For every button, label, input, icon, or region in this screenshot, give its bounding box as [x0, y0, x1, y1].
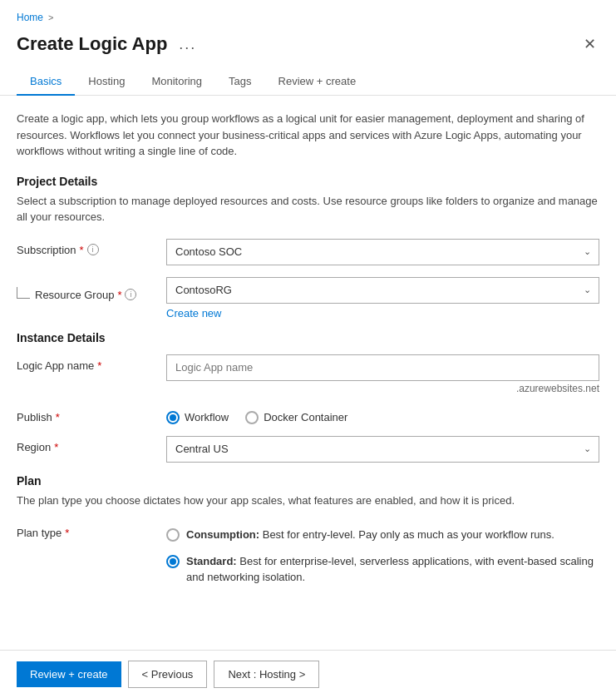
subscription-info-icon[interactable]: i [87, 244, 99, 255]
publish-docker-option[interactable]: Docker Container [245, 411, 347, 424]
publish-row: Publish * Workflow Docker Container [17, 406, 599, 424]
tab-hosting[interactable]: Hosting [75, 68, 138, 96]
rg-select-wrapper: ContosoRG ⌄ [166, 277, 599, 304]
publish-docker-label: Docker Container [264, 411, 347, 423]
region-select[interactable]: Central US [166, 436, 599, 463]
plan-type-control: Consumption: Best for entry-level. Pay o… [166, 522, 599, 586]
plan-type-row: Plan type * Consumption: Best for entry-… [17, 522, 599, 586]
plan-standard-option[interactable]: Standard: Best for enterprise-level, ser… [166, 553, 599, 586]
publish-docker-radio[interactable] [245, 411, 259, 424]
plan-standard-text: Standard: Best for enterprise-level, ser… [186, 553, 599, 586]
logic-app-name-input[interactable] [166, 354, 599, 381]
tab-monitoring[interactable]: Monitoring [138, 68, 215, 96]
plan-consumption-text: Consumption: Best for entry-level. Pay o… [186, 527, 554, 543]
rg-indent: Resource Group * i [17, 277, 158, 301]
subscription-select[interactable]: Contoso SOC [166, 239, 599, 265]
breadcrumb-home[interactable]: Home [17, 12, 43, 23]
publish-label: Publish * [17, 406, 158, 423]
plan-consumption-radio[interactable] [166, 528, 180, 542]
publish-workflow-label: Workflow [185, 411, 229, 423]
breadcrumb-separator: > [48, 12, 53, 22]
region-control: Central US ⌄ [166, 436, 599, 463]
plan-consumption-option[interactable]: Consumption: Best for entry-level. Pay o… [166, 527, 599, 543]
region-label: Region * [17, 436, 158, 453]
subscription-row: Subscription * i Contoso SOC ⌄ [17, 239, 599, 265]
review-create-button[interactable]: Review + create [17, 661, 121, 687]
plan-type-options: Consumption: Best for entry-level. Pay o… [166, 522, 599, 586]
logic-app-name-label: Logic App name * [17, 354, 158, 372]
intro-text: Create a logic app, which lets you group… [17, 111, 599, 160]
plan-desc: The plan type you choose dictates how yo… [17, 493, 599, 509]
content-area: Create a logic app, which lets you group… [0, 96, 616, 650]
publish-workflow-radio[interactable] [166, 411, 180, 424]
close-button[interactable]: ✕ [580, 32, 599, 57]
header-row: Create Logic App ... ✕ [0, 27, 616, 68]
tab-basics[interactable]: Basics [17, 68, 75, 96]
tab-review-create[interactable]: Review + create [265, 68, 370, 96]
breadcrumb: Home > [0, 0, 616, 27]
instance-details-title: Instance Details [17, 331, 599, 344]
logic-app-name-suffix: .azurewebsites.net [166, 383, 599, 394]
tabs-row: Basics Hosting Monitoring Tags Review + … [0, 68, 616, 96]
plan-section: Plan The plan type you choose dictates h… [17, 474, 599, 586]
page-title: Create Logic App [17, 33, 167, 55]
footer-bar: Review + create < Previous Next : Hostin… [0, 650, 616, 698]
region-required: * [54, 441, 58, 453]
publish-required: * [56, 411, 60, 423]
plan-standard-radio[interactable] [166, 555, 180, 568]
subscription-select-wrapper: Contoso SOC ⌄ [166, 239, 599, 265]
next-button[interactable]: Next : Hosting > [214, 661, 319, 688]
region-row: Region * Central US ⌄ [17, 436, 599, 463]
ellipsis-button[interactable]: ... [175, 36, 200, 53]
subscription-control: Contoso SOC ⌄ [166, 239, 599, 265]
subscription-required: * [80, 244, 84, 256]
rg-create-new-link[interactable]: Create new [166, 307, 599, 319]
publish-control: Workflow Docker Container [166, 406, 599, 424]
publish-workflow-option[interactable]: Workflow [166, 411, 229, 424]
rg-select[interactable]: ContosoRG [166, 277, 599, 304]
rg-control: ContosoRG ⌄ Create new [166, 277, 599, 319]
tab-tags[interactable]: Tags [215, 68, 264, 96]
previous-button[interactable]: < Previous [128, 661, 208, 688]
resource-group-row: Resource Group * i ContosoRG ⌄ Create ne… [17, 277, 599, 319]
rg-info-icon[interactable]: i [125, 289, 136, 300]
plan-type-required: * [65, 527, 69, 539]
project-details-title: Project Details [17, 175, 599, 188]
region-select-wrapper: Central US ⌄ [166, 436, 599, 463]
logic-app-name-required: * [97, 359, 101, 372]
resource-group-label: Resource Group * i [35, 289, 136, 301]
page-container: Home > Create Logic App ... ✕ Basics Hos… [0, 0, 616, 698]
logic-app-name-row: Logic App name * .azurewebsites.net [17, 354, 599, 394]
plan-type-label: Plan type * [17, 522, 158, 539]
header-left: Create Logic App ... [17, 33, 200, 55]
publish-radio-row: Workflow Docker Container [166, 406, 599, 424]
project-details-desc: Select a subscription to manage deployed… [17, 193, 599, 225]
logic-app-name-control: .azurewebsites.net [166, 354, 599, 394]
rg-required: * [117, 289, 121, 301]
plan-title: Plan [17, 474, 599, 488]
subscription-label: Subscription * i [17, 239, 158, 256]
